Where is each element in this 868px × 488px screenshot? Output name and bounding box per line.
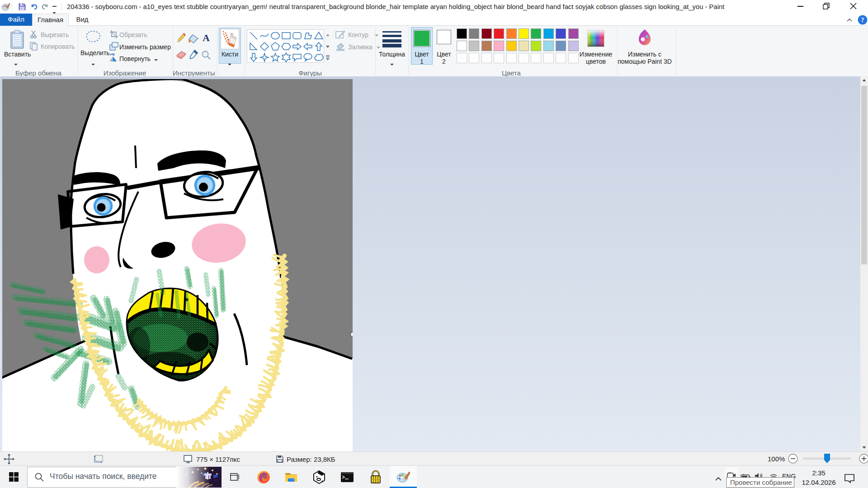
svg-text:?: ? <box>861 17 864 23</box>
svg-text:A: A <box>203 33 210 43</box>
